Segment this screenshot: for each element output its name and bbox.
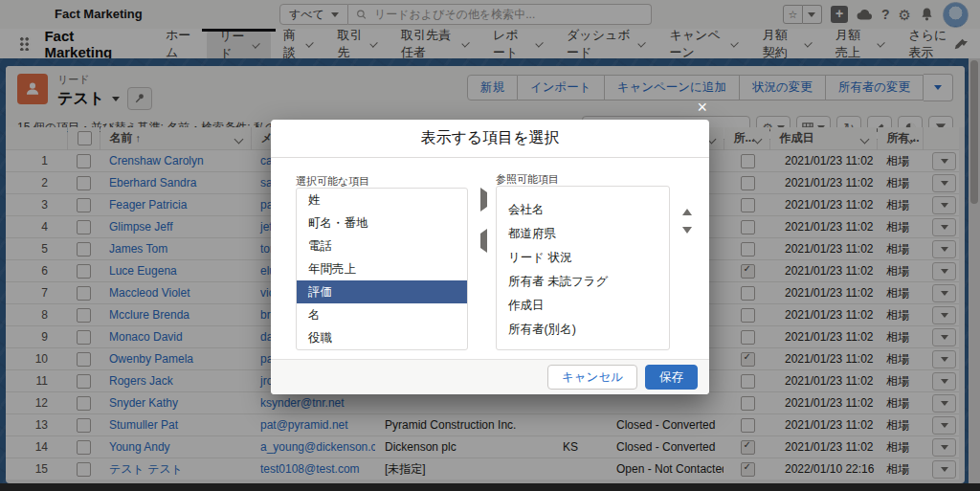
move-down-button[interactable] <box>680 234 694 247</box>
modal-footer: キャンセル 保存 <box>271 359 709 394</box>
visible-field-option-5[interactable]: 作成日 <box>497 294 669 318</box>
available-fields-listbox: 姓町名・番地電話年間売上評価名役職 <box>296 188 468 350</box>
move-right-button[interactable] <box>477 192 490 206</box>
triangle-right-icon <box>480 188 487 212</box>
available-field-option-1[interactable]: 町名・番地 <box>297 212 467 234</box>
close-icon[interactable]: × <box>697 99 707 116</box>
save-button[interactable]: 保存 <box>645 365 698 390</box>
visible-field-option-3[interactable]: リード 状況 <box>497 246 669 270</box>
visible-fields-label: 参照可能項目 <box>496 172 559 187</box>
available-field-option-6[interactable]: 役職 <box>297 326 467 349</box>
available-field-option-3[interactable]: 年間売上 <box>297 257 467 280</box>
available-field-option-4[interactable]: 評価 <box>297 280 467 303</box>
visible-field-option-6[interactable]: 所有者(別名) <box>497 318 669 342</box>
modal-title: 表示する項目を選択 <box>271 120 709 158</box>
available-field-option-2[interactable]: 電話 <box>297 234 467 257</box>
visible-field-option-1[interactable]: 会社名 <box>497 198 669 222</box>
triangle-left-icon <box>480 229 487 253</box>
available-field-option-5[interactable]: 名 <box>297 303 467 326</box>
triangle-down-icon <box>682 227 692 248</box>
move-up-button[interactable] <box>680 194 694 208</box>
visible-fields-listbox: 会社名都道府県リード 状況所有者 未読フラグ作成日所有者(別名) <box>496 186 670 350</box>
select-fields-modal: × 表示する項目を選択 選択可能な項目 姓町名・番地電話年間売上評価名役職 参照… <box>271 120 709 394</box>
visible-field-option-2[interactable]: 都道府県 <box>497 222 669 246</box>
visible-field-option-4[interactable]: 所有者 未読フラグ <box>497 270 669 294</box>
move-left-button[interactable] <box>477 234 490 247</box>
modal-body: 選択可能な項目 姓町名・番地電話年間売上評価名役職 参照可能項目 会社名都道府県… <box>271 158 709 359</box>
available-field-option-0[interactable]: 姓 <box>297 189 467 212</box>
salesforce-window: Fact Marketing すべて ☆ + ? <box>0 0 980 491</box>
available-fields-label: 選択可能な項目 <box>296 174 369 189</box>
cancel-button[interactable]: キャンセル <box>547 365 637 390</box>
visible-field-option-0[interactable] <box>497 186 669 198</box>
triangle-up-icon <box>682 194 692 215</box>
